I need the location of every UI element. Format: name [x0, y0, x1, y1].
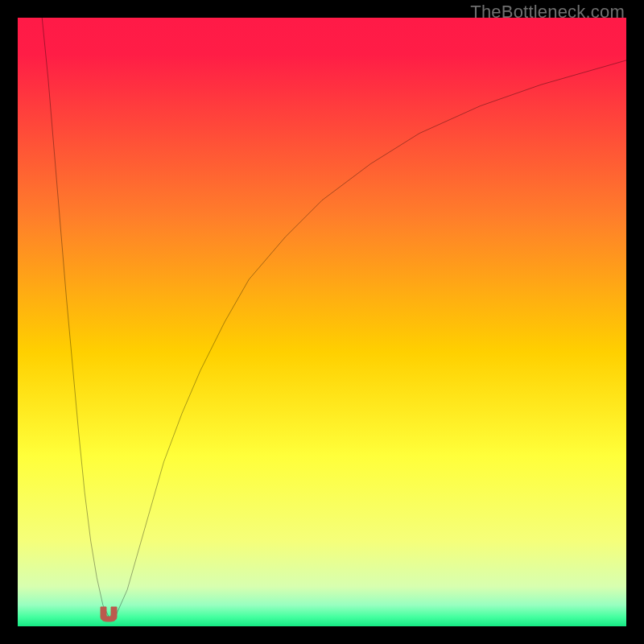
plot-area	[18, 18, 626, 626]
watermark-text: TheBottleneck.com	[470, 2, 625, 23]
svg-rect-0	[18, 18, 626, 626]
chart-frame: TheBottleneck.com	[0, 0, 644, 644]
background-gradient	[18, 18, 626, 626]
